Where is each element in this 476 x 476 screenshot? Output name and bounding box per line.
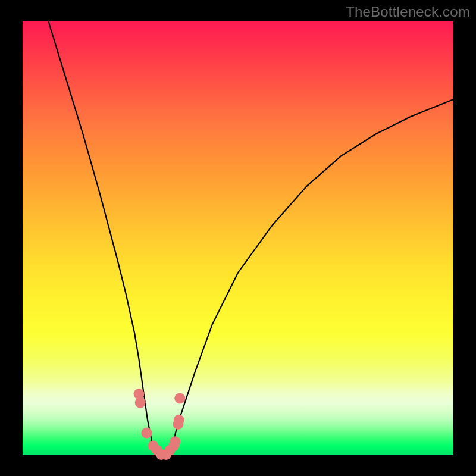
highlight-point bbox=[174, 415, 184, 425]
chart-frame: TheBottleneck.com bbox=[0, 0, 476, 476]
bottleneck-curve bbox=[48, 21, 453, 455]
highlight-point bbox=[170, 436, 180, 447]
watermark-text: TheBottleneck.com bbox=[346, 4, 470, 20]
chart-svg bbox=[23, 21, 453, 455]
highlight-points bbox=[134, 389, 186, 460]
highlight-point bbox=[135, 397, 146, 408]
highlight-point bbox=[174, 393, 185, 403]
plot-area bbox=[23, 21, 453, 455]
highlight-point bbox=[142, 428, 152, 439]
